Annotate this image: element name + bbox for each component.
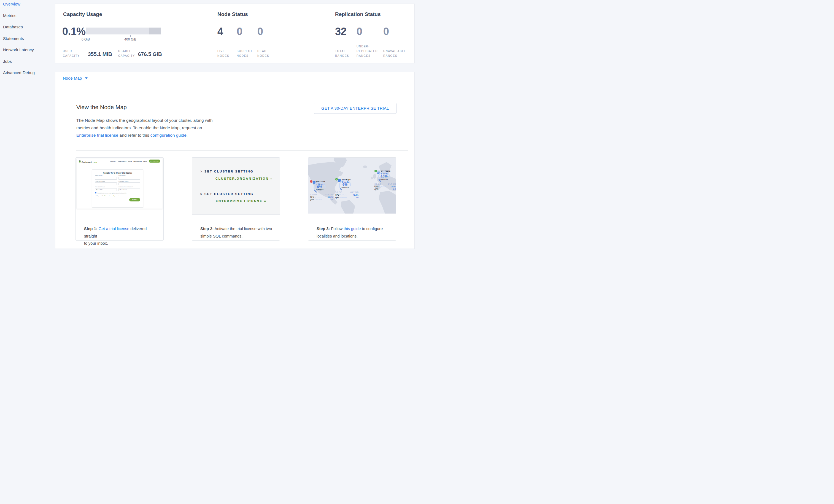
qps-sparkline: [315, 199, 322, 201]
mini-nav-item: DOCS: [128, 161, 132, 162]
mini-site-header: Cockroach LABS PRODUCT CUSTOMERS DOCS RE…: [76, 158, 162, 164]
axis-tick: [130, 35, 131, 37]
cpu-value: 12.3%: [386, 186, 396, 188]
capacity-bar: [86, 27, 161, 35]
mini-field-label: PROJECT PHASE: [95, 187, 117, 188]
qps-label: QPS: [310, 199, 315, 201]
mini-input: [95, 182, 117, 185]
mini-nav-item: BLOG: [143, 161, 147, 162]
total-ranges-label: TOTAL RANGES: [335, 49, 352, 58]
sidebar: Overview Metrics Databases Statements Ne…: [0, 0, 55, 82]
sidebar-item-metrics[interactable]: Metrics: [0, 14, 55, 18]
capacity-bar-used-segment: [149, 27, 161, 35]
mini-checkbox-label: I agree to the: [97, 195, 105, 196]
enterprise-trial-license-link[interactable]: Enterprise trial license: [76, 133, 118, 137]
mini-nav-item: CUSTOMERS: [118, 161, 127, 162]
mini-site-nav: PRODUCT CUSTOMERS DOCS RESOURCES BLOG: [110, 161, 147, 162]
get-trial-license-link[interactable]: Get a trial license: [98, 226, 129, 231]
qps-row: QPS 0.0: [335, 196, 358, 198]
sidebar-item-statements[interactable]: Statements: [0, 36, 55, 41]
get-enterprise-trial-button[interactable]: GET A 30-DAY ENTERPRISE TRIAL: [314, 103, 396, 114]
sql-line: CLUSTER.ORGANIZATION =: [216, 177, 273, 180]
under-replicated-label: UNDER-REPLICATED RANGES: [356, 44, 378, 58]
mini-select: Please Select: [95, 188, 117, 191]
step-label: Step 2:: [200, 226, 214, 231]
capacity-range: 3.2 GiB35.1 GiB: [310, 193, 333, 196]
usable-capacity-value: 676.5 GiB: [138, 51, 162, 57]
node-map-selector[interactable]: Node Map: [63, 76, 82, 81]
qps-label: QPS: [335, 196, 340, 198]
live-nodes-value: 4: [217, 26, 223, 38]
mini-field-label: FIRST NAME: [95, 175, 117, 176]
mini-nav-item: RESOURCES: [133, 161, 141, 162]
logo-suffix: LABS: [93, 161, 97, 163]
caption-text: to configure: [361, 226, 383, 231]
axis-tick: [86, 35, 86, 37]
node-map-preview: ! geo=sfo 2 Nodes 9% CAPACITY: [308, 158, 396, 214]
cpu-row: CPU 42.5%: [335, 194, 358, 196]
capacity-total: 34.4 GiB: [388, 183, 396, 185]
sidebar-item-databases[interactable]: Databases: [0, 25, 55, 29]
step-label: Step 3:: [316, 226, 330, 231]
capacity-total: 65.7 GiB: [350, 191, 358, 194]
sidebar-item-advanced-debug[interactable]: Advanced Debug: [0, 70, 55, 75]
qps-row: QPS 4.7: [310, 199, 333, 201]
configuration-guide-link[interactable]: configuration guide: [150, 133, 186, 137]
suspect-nodes-label: SUSPECT NODES: [237, 49, 255, 58]
intro-text: and refer to this: [118, 133, 150, 137]
caption-text: localities and locations.: [316, 234, 358, 238]
registration-screenshot: Cockroach LABS PRODUCT CUSTOMERS DOCS RE…: [76, 158, 162, 209]
sidebar-item-overview[interactable]: Overview: [0, 2, 55, 6]
axis-tick: [153, 35, 153, 37]
healthy-badge-icon: ✓: [374, 170, 377, 172]
capacity-total: 35.1 GiB: [325, 193, 333, 196]
capacity-range: 3.6 GiB34.4 GiB: [374, 183, 396, 185]
cockroachdb-admin-ui: Overview Metrics Databases Statements Ne…: [0, 0, 417, 252]
mini-field-label: COMPANY NAME: [95, 181, 117, 182]
sidebar-item-jobs[interactable]: Jobs: [0, 59, 55, 63]
mini-input: [95, 177, 117, 180]
suspect-nodes-value: 0: [237, 26, 242, 38]
capacity-label: CAPACITY: [316, 189, 324, 191]
healthy-badge-icon: ✓: [335, 178, 338, 180]
qps-value: 0.0: [386, 188, 396, 190]
live-nodes-label: LIVE NODES: [217, 49, 235, 58]
qps-sparkline: [379, 188, 386, 190]
this-guide-link[interactable]: this guide: [344, 226, 361, 231]
qps-label: QPS: [374, 188, 379, 190]
mini-license-link: Software License Agreement.: [104, 195, 119, 196]
node-status-title: Node Status: [217, 11, 248, 17]
used-capacity-value: 355.1 MiB: [88, 51, 112, 57]
step-3-caption: Step 3: Follow this guide to configurelo…: [316, 225, 393, 240]
warning-badge-icon: !: [310, 180, 312, 183]
trial-license-form: Register for a 30-day trial license FIRS…: [92, 170, 143, 207]
capacity-arc-text: 6% CAPACITY: [338, 179, 352, 192]
capacity-arc-text: 10% CAPACITY: [377, 171, 391, 184]
dead-nodes-value: 0: [257, 26, 263, 38]
capacity-percent: 9%: [317, 185, 322, 189]
cpu-sparkline: [379, 186, 386, 188]
cpu-value: 11.0%: [322, 196, 333, 198]
capacity-percent: 6%: [343, 183, 347, 187]
sidebar-item-network-latency[interactable]: Network Latency: [0, 48, 55, 52]
view-selector-bar: Node Map: [56, 72, 414, 84]
capacity-label: CAPACITY: [380, 179, 388, 180]
axis-tick-label: 400 GiB: [122, 38, 138, 41]
mini-field-label: REASON FOR INTEREST: [118, 187, 140, 188]
mini-form-title: Register for a 30-day trial license: [95, 172, 140, 174]
capacity-used: 3.7 GiB: [335, 191, 342, 194]
logo-text: Cockroach: [82, 161, 92, 163]
capacity-label: CAPACITY: [341, 187, 349, 189]
capacity-percent: 10%: [380, 174, 387, 178]
cpu-label: CPU: [310, 196, 315, 198]
cpu-value: 42.5%: [347, 194, 358, 196]
caption-text: simple SQL commands.: [200, 234, 242, 238]
sql-code-block: > SET CLUSTER SETTING CLUSTER.ORGANIZATI…: [192, 158, 280, 215]
mini-input: [118, 182, 140, 185]
caption-text: Follow: [330, 226, 344, 231]
dead-nodes-label: DEAD NODES: [257, 49, 273, 58]
qps-sparkline: [340, 196, 347, 198]
cpu-label: CPU: [335, 194, 340, 196]
chevron-down-icon[interactable]: [85, 78, 88, 79]
sql-line: > SET CLUSTER SETTING: [200, 170, 254, 173]
